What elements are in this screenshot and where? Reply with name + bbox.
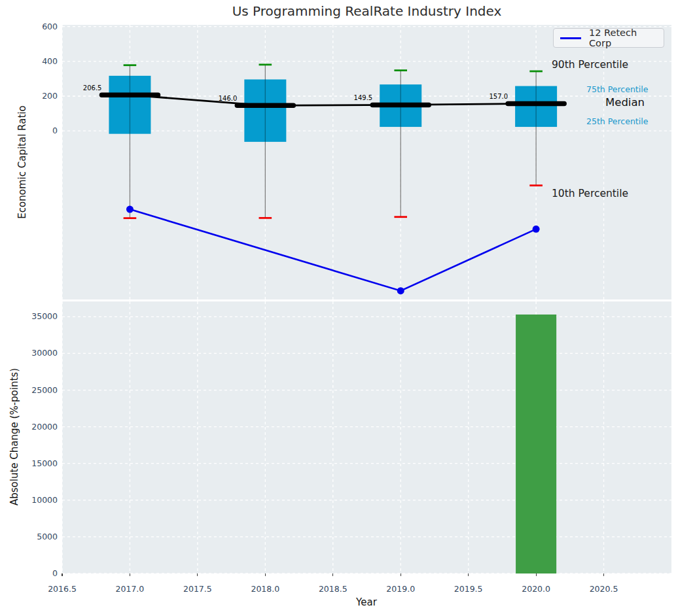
x-tick-label: 2019.5 — [454, 584, 483, 594]
company-marker — [533, 226, 540, 233]
y-tick-label: 20000 — [22, 422, 58, 432]
chart-title: Us Programming RealRate Industry Index — [62, 3, 671, 19]
y-tick-label: 5000 — [22, 532, 58, 542]
x-axis-label: Year — [356, 596, 377, 608]
x-tick-mark — [62, 573, 62, 576]
x-tick-label: 2016.5 — [48, 584, 77, 594]
company-marker — [126, 206, 134, 213]
chart-figure: Us Programming RealRate Industry Index E… — [0, 0, 678, 616]
label-75th-percentile: 75th Percentile — [586, 85, 648, 94]
y-tick-label: 200 — [22, 91, 58, 101]
x-tick-label: 2017.0 — [116, 584, 145, 594]
y-tick-label: 30000 — [22, 348, 58, 358]
x-tick-mark — [468, 573, 469, 576]
bottom-axes-canvas — [62, 301, 671, 573]
x-tick-label: 2020.0 — [522, 584, 550, 594]
x-tick-mark — [332, 573, 333, 576]
bottom-axes — [62, 301, 671, 573]
y-tick-label: 15000 — [22, 458, 58, 469]
x-tick-mark — [265, 573, 266, 576]
median-value-annotation: 157.0 — [489, 93, 508, 100]
y-tick-label: 600 — [22, 22, 58, 32]
x-tick-mark — [130, 573, 130, 576]
y-tick-label: 0 — [22, 126, 58, 136]
company-marker — [397, 287, 404, 294]
y-tick-label: 10000 — [22, 495, 58, 505]
y-axis-label-bottom: Absolute Change (%-points) — [9, 368, 20, 505]
x-tick-mark — [197, 573, 198, 576]
label-25th-percentile: 25th Percentile — [586, 117, 648, 126]
y-tick-label: 25000 — [22, 385, 58, 396]
x-tick-label: 2019.0 — [386, 584, 415, 594]
change-bar — [516, 315, 556, 573]
x-tick-label: 2020.5 — [590, 584, 618, 594]
x-tick-mark — [536, 573, 537, 576]
x-tick-label: 2018.5 — [319, 584, 348, 594]
y-tick-label: 0 — [22, 568, 58, 579]
label-10th-percentile: 10th Percentile — [552, 188, 628, 199]
x-tick-mark — [401, 573, 401, 576]
y-tick-label: 35000 — [22, 311, 58, 322]
median-value-annotation: 149.5 — [354, 94, 373, 101]
y-tick-label: 400 — [22, 56, 58, 67]
label-median: Median — [605, 97, 645, 108]
median-value-annotation: 206.5 — [83, 84, 102, 92]
median-value-annotation: 146.0 — [219, 95, 238, 102]
legend: 12 Retech Corp — [553, 28, 664, 48]
x-tick-label: 2018.0 — [251, 584, 279, 594]
label-90th-percentile: 90th Percentile — [552, 60, 628, 70]
legend-line-icon — [560, 37, 581, 39]
legend-label: 12 Retech Corp — [589, 27, 657, 48]
x-tick-mark — [603, 573, 604, 576]
x-tick-label: 2017.5 — [183, 584, 212, 594]
y-axis-label-top: Economic Capital Ratio — [16, 105, 28, 218]
